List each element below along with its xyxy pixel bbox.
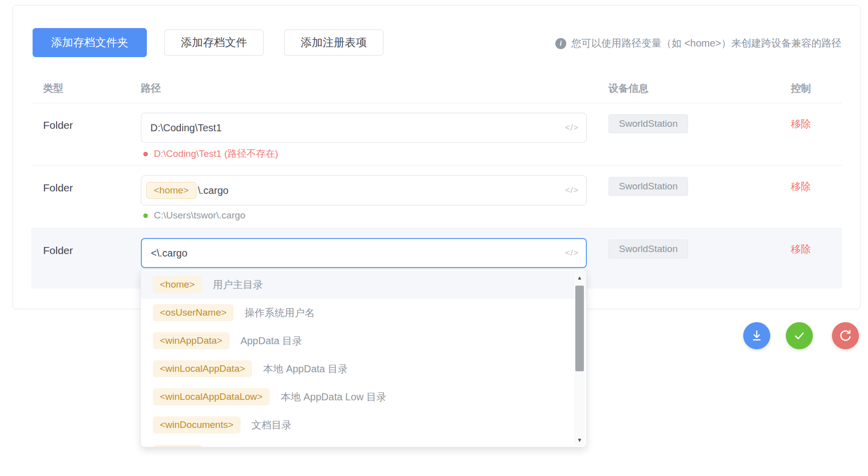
code-variable-icon[interactable]: </> [565,185,579,195]
variable-desc: 本地 AppData Low 目录 [281,390,386,404]
path-input-wrap: </> [141,113,587,143]
refresh-icon [838,329,852,343]
dropdown-item-os-user-name[interactable]: <osUserName> 操作系统用户名 [141,299,574,327]
path-input-focused[interactable] [141,238,587,268]
confirm-button[interactable] [786,322,813,349]
path-suffix-text: \.cargo [198,185,229,196]
variable-chip: <winLocalAppDataLow> [153,388,270,405]
device-badge: SworldStation [608,114,688,133]
header-path: 路径 [141,82,161,95]
dropdown-item-partial[interactable] [141,439,574,447]
add-archive-file-button[interactable]: 添加存档文件 [164,30,264,56]
dropdown-scrollbar[interactable]: ▲ ▼ [574,272,585,445]
app-root: 添加存档文件夹 添加存档文件 添加注册表项 i 您可以使用路径变量（如 <hom… [0,0,868,476]
reset-button[interactable] [832,322,859,349]
variable-chip: <winDocuments> [153,416,241,433]
header-type: 类型 [43,82,63,95]
table-row: Folder </> D:\Coding\Test1 (路径不存在) Sworl… [31,103,842,166]
row-type-label: Folder [43,182,73,194]
path-variable-dropdown: <home> 用户主目录 <osUserName> 操作系统用户名 <winAp… [140,269,587,447]
scroll-up-icon[interactable]: ▲ [574,272,585,283]
table-header: 类型 路径 设备信息 控制 [31,71,842,103]
device-badge: SworldStation [608,177,688,196]
scroll-down-icon[interactable]: ▼ [574,434,585,445]
header-control: 控制 [791,82,811,95]
add-registry-entry-button[interactable]: 添加注册表项 [284,30,383,56]
download-icon [750,329,764,343]
code-variable-icon[interactable]: </> [565,248,579,258]
dropdown-item-win-app-data[interactable]: <winAppData> AppData 目录 [141,327,574,355]
variable-chip [153,445,203,447]
variable-desc: 操作系统用户名 [245,306,315,320]
hint-text: 您可以使用路径变量（如 <home>）来创建跨设备兼容的路径 [571,37,841,50]
header-device-info: 设备信息 [608,82,648,95]
path-input-wrap: </> [141,238,587,268]
path-variable-hint: i 您可以使用路径变量（如 <home>）来创建跨设备兼容的路径 [555,37,841,50]
variable-desc: 用户主目录 [213,278,263,292]
variable-chip: <winAppData> [153,332,230,349]
ok-dot-icon [143,213,148,218]
variable-desc: 本地 AppData 目录 [263,362,348,376]
path-input-wrap: <home> \.cargo </> [141,175,587,205]
dropdown-item-win-local-app-data[interactable]: <winLocalAppData> 本地 AppData 目录 [141,355,574,383]
error-dot-icon [143,152,148,156]
dropdown-item-home[interactable]: <home> 用户主目录 [141,271,586,299]
home-variable-chip[interactable]: <home> [146,182,196,199]
row-type-label: Folder [43,119,73,131]
variable-desc: 文档目录 [252,418,292,432]
variable-chip: <osUserName> [153,304,234,321]
status-text: D:\Coding\Test1 (路径不存在) [154,147,278,160]
path-input[interactable]: <home> \.cargo [141,175,587,205]
info-icon: i [555,38,566,49]
archive-paths-panel: 添加存档文件夹 添加存档文件 添加注册表项 i 您可以使用路径变量（如 <hom… [13,5,860,309]
code-variable-icon[interactable]: </> [565,123,579,133]
status-text: C:\Users\tswor\.cargo [154,210,246,221]
remove-button[interactable]: 移除 [791,117,811,131]
row-type-label: Folder [43,245,73,257]
path-input[interactable] [141,113,587,143]
variable-chip: <winLocalAppData> [153,360,252,377]
variable-chip: <home> [153,276,202,293]
dropdown-item-win-documents[interactable]: <winDocuments> 文档目录 [141,411,574,439]
remove-button[interactable]: 移除 [791,180,811,193]
add-archive-folder-button[interactable]: 添加存档文件夹 [33,28,147,57]
path-status: D:\Coding\Test1 (路径不存在) [143,147,278,160]
download-button[interactable] [743,322,770,349]
device-badge: SworldStation [608,240,688,259]
check-icon [792,329,806,343]
table-row: Folder <home> \.cargo </> C:\Users\tswor… [31,166,842,228]
variable-desc: AppData 目录 [241,334,302,348]
remove-button[interactable]: 移除 [791,243,811,256]
path-status: C:\Users\tswor\.cargo [143,210,246,221]
scrollbar-thumb[interactable] [575,286,584,371]
dropdown-item-win-local-app-data-low[interactable]: <winLocalAppDataLow> 本地 AppData Low 目录 [141,383,574,411]
